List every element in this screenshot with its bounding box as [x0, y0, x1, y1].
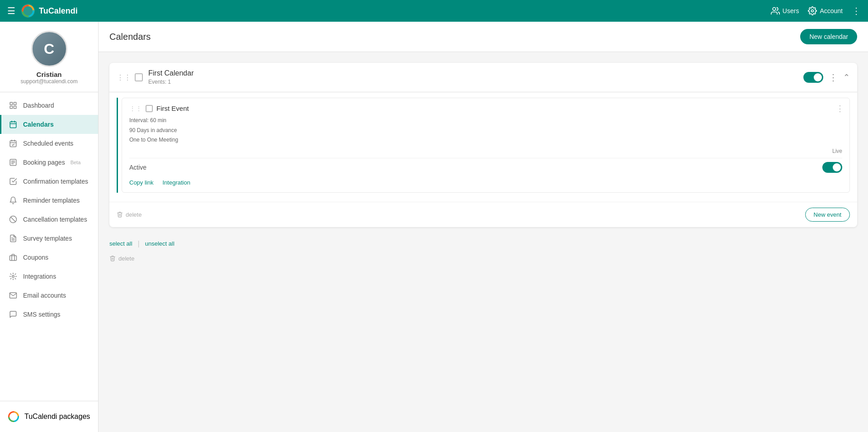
sidebar-item-sms-settings[interactable]: SMS settings [0, 305, 98, 324]
survey-icon [9, 234, 18, 243]
event-details: Interval: 60 min 90 Days in advance One … [129, 116, 842, 145]
main-content: Calendars New calendar ⋮⋮ First Calendar… [99, 22, 868, 432]
sidebar-item-label-survey-templates: Survey templates [23, 235, 72, 242]
users-label: Users [783, 7, 799, 14]
app-logo: TuCalendi [21, 4, 78, 18]
sidebar-profile: C Cristian support@tucalendi.com [0, 22, 98, 92]
tucalendi-packages-item[interactable]: TuCalendi packages [7, 407, 91, 427]
menu-hamburger-icon[interactable]: ☰ [7, 5, 15, 16]
topbar-right: Users Account ⋮ [771, 5, 861, 16]
svg-rect-7 [10, 122, 16, 128]
integrations-icon [9, 272, 18, 281]
svg-rect-11 [10, 141, 16, 147]
coupon-icon [9, 253, 18, 262]
sidebar-item-survey-templates[interactable]: Survey templates [0, 229, 98, 248]
event-checkbox[interactable] [146, 105, 153, 112]
event-meeting-type: One to One Meeting [129, 135, 842, 145]
event-active-toggle[interactable] [822, 162, 842, 173]
sidebar-item-sublabel-beta: Beta [71, 160, 81, 165]
page-icon [9, 158, 18, 167]
users-icon [771, 6, 780, 15]
sidebar-item-booking-pages[interactable]: Booking pages Beta [0, 153, 98, 172]
integration-button[interactable]: Integration [162, 179, 190, 186]
sidebar-item-email-accounts[interactable]: Email accounts [0, 286, 98, 305]
calendar-events-count: Events: 1 [148, 79, 171, 85]
sidebar-nav: Dashboard Calendars [0, 92, 98, 401]
bell-icon [9, 196, 18, 205]
grid-icon [9, 101, 18, 110]
svg-rect-24 [10, 256, 17, 261]
event-name: First Event [156, 104, 842, 112]
event-status: Live [129, 148, 842, 154]
svg-rect-5 [14, 106, 16, 109]
event-card: ⋮⋮ First Event ⋮ Interval: 60 min 90 Day… [122, 98, 850, 193]
svg-point-1 [773, 8, 776, 11]
sidebar-item-label-confirmation-templates: Confirmation templates [23, 178, 88, 185]
calendar-card-footer: delete New event [109, 202, 857, 227]
account-button[interactable]: Account [808, 6, 843, 15]
copy-link-button[interactable]: Copy link [129, 179, 153, 186]
cancel-icon [9, 215, 18, 224]
sidebar-item-coupons[interactable]: Coupons [0, 248, 98, 267]
sidebar-item-dashboard[interactable]: Dashboard [0, 96, 98, 115]
event-links: Copy link Integration [129, 176, 842, 186]
sidebar-item-label-sms-settings: SMS settings [23, 311, 60, 318]
calendar-name: First Calendar [148, 69, 803, 77]
calendar-drag-handle-icon[interactable]: ⋮⋮ [117, 73, 131, 82]
main-body: ⋮⋮ First Calendar Events: 1 ⋮ ⌃ [99, 52, 868, 273]
clock-icon [9, 139, 18, 148]
calendar-toggle-slider [803, 72, 823, 83]
svg-point-25 [12, 275, 14, 278]
sidebar-item-label-calendars: Calendars [23, 121, 54, 128]
sidebar-item-calendars[interactable]: Calendars [0, 115, 98, 134]
select-all-button[interactable]: select all [109, 240, 132, 247]
calendar-more-icon[interactable]: ⋮ [829, 72, 838, 83]
event-drag-handle-icon[interactable]: ⋮⋮ [129, 105, 142, 112]
more-options-icon[interactable]: ⋮ [852, 5, 861, 16]
user-email: support@tucalendi.com [20, 78, 77, 85]
event-advance: 90 Days in advance [129, 126, 842, 136]
calendar-info: First Calendar Events: 1 [148, 69, 803, 85]
calendar-card: ⋮⋮ First Calendar Events: 1 ⋮ ⌃ [109, 63, 857, 227]
calendar-collapse-icon[interactable]: ⌃ [843, 72, 850, 82]
trash-icon [117, 211, 123, 218]
event-status-label: Live [832, 148, 842, 154]
logo-icon [21, 4, 35, 18]
unselect-all-button[interactable]: unselect all [145, 240, 175, 247]
sidebar-item-label-email-accounts: Email accounts [23, 292, 66, 299]
calendar-header-actions: ⋮ ⌃ [803, 72, 850, 83]
page-title: Calendars [109, 32, 151, 42]
avatar: C [31, 31, 67, 67]
event-more-icon[interactable]: ⋮ [836, 104, 844, 114]
event-active-toggle-slider [822, 162, 842, 173]
gear-icon [808, 6, 817, 15]
calendar-delete-label: delete [126, 211, 142, 218]
sidebar: C Cristian support@tucalendi.com Dashboa… [0, 22, 99, 432]
user-name: Cristian [37, 71, 62, 78]
event-active-row: Active [129, 158, 842, 176]
event-card-header: ⋮⋮ First Event ⋮ [129, 104, 842, 112]
new-calendar-button[interactable]: New calendar [800, 29, 857, 44]
calendar-card-header: ⋮⋮ First Calendar Events: 1 ⋮ ⌃ [109, 63, 857, 92]
sms-icon [9, 310, 18, 319]
sidebar-item-scheduled-events[interactable]: Scheduled events [0, 134, 98, 153]
calendar-toggle[interactable] [803, 72, 823, 83]
users-button[interactable]: Users [771, 6, 799, 15]
event-interval: Interval: 60 min [129, 116, 842, 126]
sidebar-item-cancellation-templates[interactable]: Cancellation templates [0, 210, 98, 229]
new-event-button[interactable]: New event [805, 208, 850, 222]
sidebar-item-label-booking-pages: Booking pages [23, 159, 65, 166]
calendar-checkbox[interactable] [135, 73, 143, 81]
sidebar-item-label-cancellation-templates: Cancellation templates [23, 216, 87, 223]
sidebar-item-confirmation-templates[interactable]: Confirmation templates [0, 172, 98, 191]
event-active-label: Active [129, 164, 146, 171]
sidebar-item-reminder-templates[interactable]: Reminder templates [0, 191, 98, 210]
email-icon [9, 291, 18, 300]
svg-rect-4 [14, 102, 16, 104]
calendar-delete-button[interactable]: delete [117, 211, 142, 218]
svg-rect-6 [10, 106, 12, 109]
tucalendi-packages-label: TuCalendi packages [24, 413, 90, 421]
separator: | [138, 240, 140, 248]
sidebar-item-integrations[interactable]: Integrations [0, 267, 98, 286]
check-template-icon [9, 177, 18, 186]
